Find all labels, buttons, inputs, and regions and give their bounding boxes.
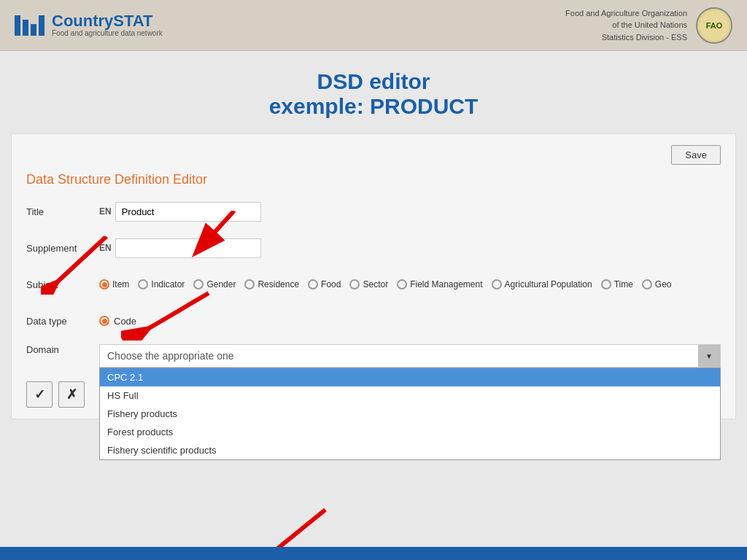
bar4: [39, 15, 44, 36]
logo-area: CountrySTAT Food and agriculture data ne…: [15, 13, 163, 37]
logo-bars-icon: [15, 15, 44, 36]
title-label: Title: [26, 206, 99, 217]
radio-circle-sector[interactable]: [349, 279, 360, 289]
title-field: EN: [99, 202, 261, 222]
domain-select[interactable]: Choose the appropriate one ▼: [99, 344, 721, 368]
domain-dropdown-list: CPC 2.1 HS Full Fishery products Forest …: [99, 368, 721, 460]
datatype-row: Data type Code: [26, 308, 721, 334]
title-line2: exemple: PRODUCT: [269, 94, 479, 118]
radio-item-time[interactable]: Time: [601, 279, 633, 289]
radio-circle-field-management[interactable]: [397, 279, 407, 289]
radio-label-agricultural-population: Agricultural Population: [505, 279, 592, 289]
radio-label-sector: Sector: [363, 279, 388, 289]
domain-option-fishery-scientific[interactable]: Fishery scientific products: [100, 441, 720, 459]
subject-label: Subject: [26, 279, 99, 290]
radio-circle-code[interactable]: [99, 316, 109, 326]
fao-emblem: FAO: [696, 7, 732, 44]
radio-label-time: Time: [614, 279, 633, 289]
radio-label-geo: Geo: [655, 279, 672, 289]
fao-text: Food and Agriculture Organization of the…: [565, 7, 687, 44]
radio-item-item[interactable]: Item: [99, 279, 129, 289]
radio-item-sector[interactable]: Sector: [349, 279, 388, 289]
supplement-input[interactable]: [115, 238, 261, 258]
title-section: DSD editor exemple: PRODUCT: [0, 51, 747, 133]
radio-circle-agricultural-population[interactable]: [492, 279, 502, 289]
bar3: [31, 24, 36, 36]
logo-subtitle: Food and agriculture data network: [52, 29, 163, 37]
domain-option-cpc21[interactable]: CPC 2.1: [100, 368, 720, 386]
supplement-label: Supplement: [26, 243, 99, 254]
section-title: Data Structure Definition Editor: [26, 172, 721, 187]
radio-item-geo[interactable]: Geo: [642, 279, 672, 289]
supplement-lang: EN: [99, 243, 112, 253]
bar1: [15, 15, 20, 36]
save-button-row: Save: [26, 145, 721, 165]
radio-item-gender[interactable]: Gender: [193, 279, 236, 289]
radio-item-agricultural-population[interactable]: Agricultural Population: [492, 279, 592, 289]
title-line1: DSD editor: [317, 69, 430, 93]
header: CountrySTAT Food and agriculture data ne…: [0, 0, 747, 51]
domain-placeholder: Choose the appropriate one: [107, 350, 234, 362]
logo-title: CountrySTAT: [52, 13, 163, 29]
subject-radio-group: Item Indicator Gender Residence Food Sec…: [99, 279, 672, 289]
radio-item-residence[interactable]: Residence: [244, 279, 299, 289]
logo-text: CountrySTAT Food and agriculture data ne…: [52, 13, 163, 37]
radio-circle-item[interactable]: [99, 279, 109, 289]
fao-logo-text: FAO: [697, 9, 731, 42]
supplement-row: Supplement EN: [26, 235, 721, 261]
datatype-label: Data type: [26, 316, 99, 327]
domain-option-hs-full[interactable]: HS Full: [100, 386, 720, 405]
datatype-field: Code: [99, 316, 136, 327]
radio-circle-geo[interactable]: [642, 279, 652, 289]
subject-row: Subject Item Indicator Gender Residence: [26, 271, 721, 298]
domain-label: Domain: [26, 344, 99, 355]
domain-option-fishery-products[interactable]: Fishery products: [100, 405, 720, 423]
radio-circle-indicator[interactable]: [138, 279, 148, 289]
radio-item-food[interactable]: Food: [308, 279, 341, 289]
radio-item-field-management[interactable]: Field Management: [397, 279, 482, 289]
bottom-bar: [0, 547, 747, 560]
radio-label-residence: Residence: [258, 279, 299, 289]
radio-label-indicator: Indicator: [151, 279, 185, 289]
cancel-button[interactable]: ✗: [58, 381, 85, 408]
radio-circle-gender[interactable]: [193, 279, 204, 289]
radio-circle-food[interactable]: [308, 279, 318, 289]
radio-item-indicator[interactable]: Indicator: [138, 279, 185, 289]
title-input[interactable]: [115, 202, 261, 222]
radio-label-gender: Gender: [206, 279, 236, 289]
domain-container: Choose the appropriate one ▼ CPC 2.1 HS …: [99, 344, 721, 368]
bar2: [23, 20, 28, 36]
domain-option-forest-products[interactable]: Forest products: [100, 423, 720, 441]
dropdown-arrow-icon[interactable]: ▼: [698, 345, 720, 367]
confirm-button[interactable]: ✓: [26, 381, 53, 408]
radio-label-item: Item: [112, 279, 129, 289]
radio-label-field-management: Field Management: [410, 279, 482, 289]
radio-label-food: Food: [321, 279, 341, 289]
save-button[interactable]: Save: [671, 145, 721, 165]
radio-circle-residence[interactable]: [244, 279, 255, 289]
radio-circle-time[interactable]: [601, 279, 611, 289]
title-row: Title EN: [26, 198, 721, 225]
code-label: Code: [114, 316, 136, 327]
editor-panel: Save Data Structure Definition Editor Ti…: [11, 133, 736, 419]
domain-row: Domain Choose the appropriate one ▼ CPC …: [26, 344, 721, 370]
title-lang: EN: [99, 206, 112, 217]
supplement-field: EN: [99, 238, 261, 258]
fao-area: Food and Agriculture Organization of the…: [565, 7, 732, 44]
page-title: DSD editor exemple: PRODUCT: [0, 69, 747, 119]
